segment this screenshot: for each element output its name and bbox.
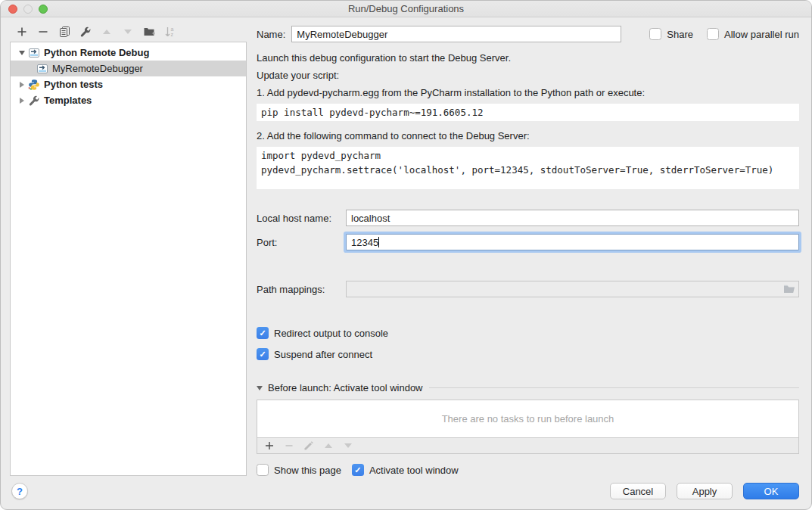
question-mark-icon: ? — [17, 486, 23, 497]
suspend-after-connect-row: ✓ Suspend after connect — [257, 348, 799, 360]
name-row: Name: Share Allow parallel run — [257, 26, 799, 42]
configurations-tree: Python Remote Debug MyRemoteDebugger — [10, 42, 247, 476]
minus-icon — [37, 26, 49, 38]
activate-tool-window-label: Activate tool window — [369, 465, 459, 476]
zoom-window-button[interactable] — [39, 5, 48, 14]
cancel-button[interactable]: Cancel — [610, 483, 666, 499]
dialog-body: a z — [1, 17, 811, 476]
check-icon: ✓ — [259, 329, 266, 337]
text-caret — [378, 237, 379, 247]
remove-configuration-button[interactable] — [34, 24, 52, 39]
chevron-right-icon — [20, 98, 24, 104]
sort-az-icon: a z — [164, 26, 176, 38]
copy-configuration-button[interactable] — [55, 24, 73, 39]
help-button[interactable]: ? — [11, 483, 28, 499]
page-option-checkboxes: Show this page ✓ Activate tool window — [257, 464, 799, 476]
minimize-window-button[interactable] — [23, 5, 33, 14]
wrench-icon — [28, 95, 40, 107]
tree-item-templates[interactable]: Templates — [11, 92, 246, 108]
redirect-output-row: ✓ Redirect output to console — [257, 327, 799, 339]
arrow-down-icon — [344, 443, 352, 448]
allow-parallel-run-checkbox[interactable]: Allow parallel run — [707, 28, 799, 40]
name-label: Name: — [257, 29, 285, 40]
expand-collapse-toggle[interactable] — [16, 98, 28, 104]
activate-tool-window-checkbox[interactable]: ✓ Activate tool window — [352, 464, 459, 476]
svg-text:a: a — [171, 26, 174, 31]
remove-task-button[interactable] — [280, 438, 298, 453]
local-host-row: Local host name: — [257, 210, 799, 226]
arrow-up-icon — [325, 443, 332, 448]
empty-tasks-text: There are no tasks to run before launch — [442, 413, 614, 424]
checkbox-unchecked[interactable] — [649, 28, 661, 40]
move-task-down-button[interactable] — [339, 438, 357, 453]
settrace-code-line1: import pydevd_pycharm — [261, 148, 795, 163]
check-icon: ✓ — [354, 466, 361, 474]
arrow-down-icon — [124, 30, 132, 34]
remote-debug-icon — [28, 47, 40, 59]
tree-item-label: Python Remote Debug — [44, 47, 149, 58]
path-mappings-input[interactable] — [346, 281, 799, 297]
expand-collapse-toggle[interactable] — [16, 82, 28, 88]
share-checkbox[interactable]: Share — [649, 28, 693, 40]
settrace-code: import pydevd_pycharm pydevd_pycharm.set… — [257, 147, 799, 189]
plus-icon — [16, 26, 28, 38]
sort-configurations-button[interactable]: a z — [161, 24, 179, 39]
task-list-toolbar — [257, 438, 799, 454]
checkbox-checked[interactable]: ✓ — [257, 327, 269, 339]
arrow-up-icon — [103, 30, 110, 34]
suspend-after-connect-label: Suspend after connect — [274, 349, 372, 360]
move-up-button[interactable] — [98, 24, 116, 39]
suspend-after-connect-checkbox[interactable]: ✓ Suspend after connect — [257, 348, 372, 360]
ok-button[interactable]: OK — [743, 483, 799, 499]
port-label: Port: — [257, 237, 346, 248]
allow-parallel-run-label: Allow parallel run — [724, 29, 799, 40]
pip-install-code: pip install pydevd-pycharm~=191.6605.12 — [257, 104, 799, 121]
expand-collapse-toggle[interactable] — [16, 51, 28, 55]
add-configuration-button[interactable] — [13, 24, 31, 39]
pencil-icon — [303, 440, 314, 451]
local-host-label: Local host name: — [257, 213, 346, 224]
intro-line-2: Update your script: — [257, 69, 799, 82]
check-icon: ✓ — [259, 350, 266, 359]
before-launch-task-list[interactable]: There are no tasks to run before launch — [257, 400, 799, 438]
edit-templates-button[interactable] — [76, 24, 95, 39]
move-down-button[interactable] — [119, 24, 137, 39]
wrench-icon — [79, 26, 92, 38]
before-launch-title: Before launch: Activate tool window — [268, 382, 423, 393]
before-launch-header[interactable]: Before launch: Activate tool window — [257, 382, 799, 393]
tree-item-python-remote-debug[interactable]: Python Remote Debug — [11, 45, 246, 61]
checkbox-checked[interactable]: ✓ — [352, 464, 364, 476]
edit-task-button[interactable] — [300, 438, 318, 453]
checkbox-unchecked[interactable] — [257, 464, 269, 476]
run-debug-configurations-dialog: Run/Debug Configurations — [0, 0, 812, 510]
chevron-down-icon — [257, 386, 263, 390]
connection-fields: Local host name: Port: — [257, 210, 799, 258]
port-input[interactable] — [346, 234, 799, 250]
apply-button[interactable]: Apply — [677, 483, 733, 499]
top-checkboxes: Share Allow parallel run — [649, 28, 799, 40]
add-task-button[interactable] — [260, 438, 278, 453]
close-window-button[interactable] — [8, 5, 17, 14]
dialog-footer: ? Cancel Apply OK — [1, 476, 811, 509]
new-folder-icon — [143, 26, 155, 38]
chevron-down-icon — [19, 51, 25, 55]
path-mappings-row: Path mappings: — [257, 281, 799, 297]
new-folder-button[interactable] — [140, 24, 158, 39]
remote-debug-icon — [36, 63, 48, 75]
name-input[interactable] — [291, 26, 621, 42]
configurations-sidebar: a z — [1, 23, 247, 476]
python-tests-icon — [28, 79, 40, 91]
svg-text:z: z — [171, 32, 174, 37]
show-this-page-checkbox[interactable]: Show this page — [257, 464, 341, 476]
checkbox-unchecked[interactable] — [707, 28, 719, 40]
show-this-page-label: Show this page — [274, 465, 341, 476]
browse-folder-icon[interactable] — [783, 283, 795, 295]
tree-item-python-tests[interactable]: Python tests — [11, 76, 246, 92]
redirect-output-checkbox[interactable]: ✓ Redirect output to console — [257, 327, 388, 339]
local-host-input[interactable] — [346, 210, 799, 226]
move-task-up-button[interactable] — [319, 438, 338, 453]
tree-item-myremotedebugger[interactable]: MyRemoteDebugger — [11, 61, 246, 76]
separator-line — [429, 387, 799, 388]
checkbox-checked[interactable]: ✓ — [257, 348, 269, 360]
minus-icon — [284, 440, 294, 451]
